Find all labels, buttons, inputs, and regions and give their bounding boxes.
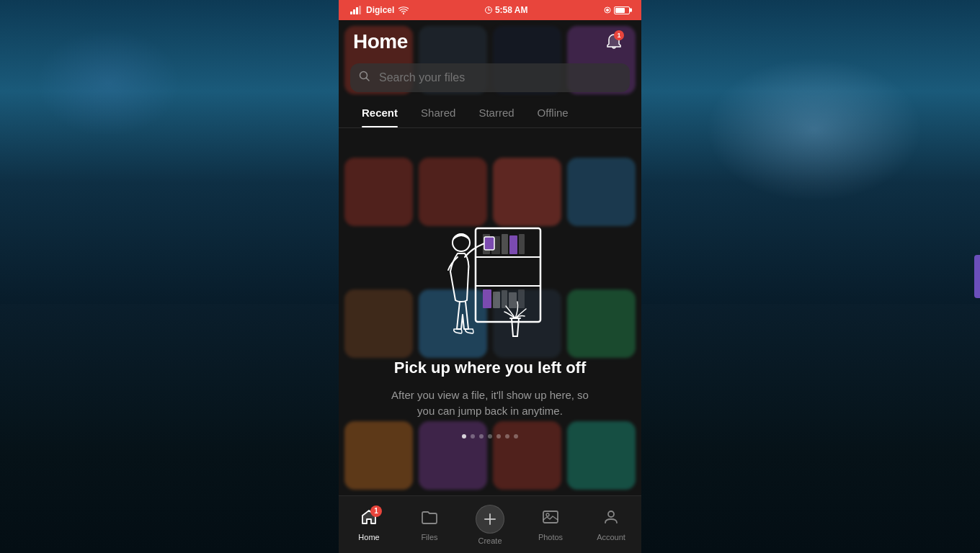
- dot-1: [462, 434, 466, 439]
- svg-rect-0: [350, 12, 352, 14]
- bottom-navigation: 1 Home Files: [339, 495, 641, 553]
- nav-item-home[interactable]: 1 Home: [339, 496, 399, 553]
- notification-badge: 1: [614, 30, 624, 40]
- svg-point-29: [546, 513, 549, 516]
- svg-rect-21: [502, 234, 508, 254]
- tab-bar: Recent Shared Starred Offline: [339, 101, 641, 128]
- dot-6: [505, 434, 509, 439]
- nav-label-photos: Photos: [538, 533, 563, 541]
- status-center: 5:58 AM: [485, 5, 528, 15]
- svg-rect-16: [502, 290, 507, 308]
- search-icon-svg: [359, 71, 370, 82]
- svg-rect-25: [484, 237, 494, 250]
- svg-point-8: [606, 9, 609, 12]
- cloud-highlight-1: [706, 58, 922, 202]
- cloud-highlight-2: [36, 29, 180, 137]
- photos-icon: [542, 508, 559, 530]
- record-icon: [604, 6, 611, 14]
- nav-item-files[interactable]: Files: [399, 496, 460, 553]
- notification-button[interactable]: 1: [601, 29, 627, 55]
- svg-rect-23: [519, 234, 525, 254]
- image-icon: [542, 508, 559, 526]
- nav-label-account: Account: [597, 533, 625, 541]
- dot-2: [471, 434, 475, 439]
- page-indicators: [462, 434, 518, 439]
- nav-item-create[interactable]: Create: [460, 496, 520, 553]
- tab-starred[interactable]: Starred: [467, 101, 525, 127]
- status-left: Digicel: [350, 5, 409, 15]
- nav-label-files: Files: [421, 533, 437, 541]
- svg-rect-14: [483, 289, 491, 308]
- tab-recent[interactable]: Recent: [350, 101, 409, 127]
- tab-shared[interactable]: Shared: [409, 101, 467, 127]
- account-icon: [602, 508, 620, 530]
- bookshelf-illustration: [425, 185, 555, 343]
- empty-state-description: After you view a file, it'll show up her…: [382, 387, 598, 420]
- nav-label-create: Create: [478, 536, 502, 545]
- clock-icon: [485, 6, 492, 14]
- dot-3: [479, 434, 484, 439]
- svg-rect-2: [356, 7, 358, 14]
- phone-frame: Digicel 5:58 AM: [339, 0, 641, 553]
- page-title: Home: [353, 30, 408, 53]
- search-icon: [359, 71, 370, 85]
- app-content: Home 1 Recent: [339, 20, 641, 553]
- folder-icon: [421, 508, 438, 526]
- wifi-icon: [398, 6, 409, 14]
- right-side-tab: [974, 255, 980, 298]
- empty-state-illustration: [425, 185, 555, 343]
- svg-rect-15: [493, 292, 500, 308]
- main-content: Pick up where you left off After you vie…: [339, 128, 641, 495]
- signal-icon: [350, 6, 362, 14]
- status-bar: Digicel 5:58 AM: [339, 0, 641, 20]
- battery-fill: [615, 8, 625, 13]
- svg-rect-17: [509, 292, 517, 308]
- files-icon: [421, 508, 438, 530]
- home-nav-badge: 1: [370, 505, 382, 517]
- dot-7: [514, 434, 518, 439]
- create-button[interactable]: [476, 505, 504, 534]
- person-icon: [602, 508, 620, 526]
- svg-rect-28: [543, 511, 558, 523]
- svg-rect-22: [509, 235, 517, 254]
- carrier-name: Digicel: [366, 5, 394, 15]
- svg-rect-3: [359, 6, 361, 14]
- status-time: 5:58 AM: [495, 5, 528, 15]
- svg-line-10: [367, 78, 370, 81]
- empty-state-title: Pick up where you left off: [394, 358, 586, 379]
- status-right: [604, 6, 630, 14]
- home-icon: 1: [360, 508, 378, 530]
- dot-4: [488, 434, 492, 439]
- tab-offline[interactable]: Offline: [526, 101, 580, 127]
- dot-5: [496, 434, 501, 439]
- nav-item-photos[interactable]: Photos: [520, 496, 581, 553]
- svg-rect-18: [518, 289, 525, 308]
- app-header: Home 1: [339, 20, 641, 60]
- svg-rect-1: [353, 9, 355, 14]
- search-input[interactable]: [350, 63, 630, 92]
- nav-item-account[interactable]: Account: [581, 496, 641, 553]
- search-bar[interactable]: [350, 63, 630, 92]
- nav-label-home: Home: [358, 533, 379, 541]
- battery-icon: [614, 6, 630, 14]
- svg-point-30: [608, 511, 614, 517]
- plus-icon: [483, 512, 497, 526]
